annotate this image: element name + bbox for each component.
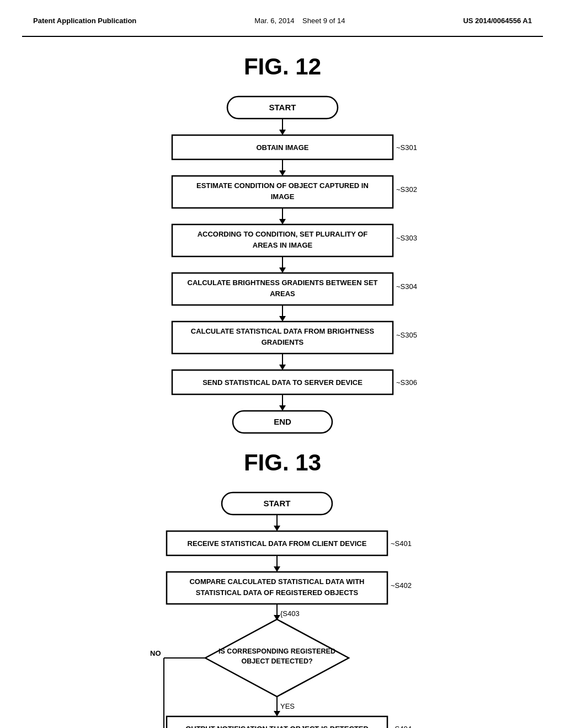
- svg-marker-60: [274, 711, 280, 716]
- svg-rect-9: [172, 176, 393, 208]
- svg-text:NO: NO: [150, 649, 161, 657]
- svg-rect-27: [172, 322, 393, 354]
- fig12-section: FIG. 12 START OBTAIN IMAGE ~S301 ESTIMAT…: [22, 53, 543, 433]
- svg-text:OBTAIN IMAGE: OBTAIN IMAGE: [256, 143, 308, 152]
- svg-marker-43: [274, 526, 280, 531]
- svg-text:IS CORRESPONDING REGISTERED: IS CORRESPONDING REGISTERED: [218, 647, 335, 655]
- fig13-section: FIG. 13 START RECEIVE STATISTICAL DATA F…: [22, 449, 543, 728]
- svg-text:CALCULATE BRIGHTNESS GRADIENTS: CALCULATE BRIGHTNESS GRADIENTS BETWEEN S…: [188, 279, 378, 287]
- svg-text:~S302: ~S302: [396, 185, 417, 194]
- svg-text:~S304: ~S304: [396, 282, 417, 291]
- header-right: US 2014/0064556 A1: [463, 17, 532, 25]
- fig12-title: FIG. 12: [244, 53, 321, 80]
- svg-text:GRADIENTS: GRADIENTS: [262, 338, 304, 346]
- header-date: Mar. 6, 2014: [254, 17, 294, 25]
- svg-text:~S402: ~S402: [391, 581, 412, 590]
- svg-rect-21: [172, 273, 393, 305]
- svg-text:~S404: ~S404: [391, 725, 412, 728]
- svg-marker-48: [274, 566, 280, 572]
- svg-text:COMPARE CALCULATED STATISTICAL: COMPARE CALCULATED STATISTICAL DATA WITH: [189, 577, 364, 586]
- svg-marker-37: [279, 405, 286, 411]
- svg-text:START: START: [264, 499, 291, 508]
- svg-text:OUTPUT NOTIFICATION THAT OBJEC: OUTPUT NOTIFICATION THAT OBJECT IS DETEC…: [185, 725, 369, 728]
- svg-text:~S301: ~S301: [396, 143, 417, 152]
- svg-text:AREAS: AREAS: [270, 290, 295, 298]
- svg-text:IMAGE: IMAGE: [271, 192, 295, 201]
- svg-marker-20: [279, 267, 286, 273]
- svg-marker-32: [279, 365, 286, 370]
- svg-text:END: END: [274, 417, 291, 426]
- header-center: Mar. 6, 2014 Sheet 9 of 14: [254, 17, 345, 25]
- svg-text:ESTIMATE CONDITION OF OBJECT C: ESTIMATE CONDITION OF OBJECT CAPTURED IN: [196, 181, 369, 190]
- svg-text:YES: YES: [280, 702, 295, 710]
- svg-marker-8: [279, 170, 286, 176]
- svg-text:~S306: ~S306: [396, 378, 417, 387]
- header-left: Patent Application Publication: [33, 17, 136, 25]
- svg-text:OBJECT DETECTED?: OBJECT DETECTED?: [241, 657, 312, 665]
- svg-text:SEND STATISTICAL DATA TO SERVE: SEND STATISTICAL DATA TO SERVER DEVICE: [202, 378, 363, 387]
- svg-rect-15: [172, 224, 393, 256]
- svg-text:{S403: {S403: [280, 609, 300, 618]
- fig13-title: FIG. 13: [244, 449, 321, 476]
- svg-marker-26: [279, 316, 286, 322]
- page: Patent Application Publication Mar. 6, 2…: [0, 0, 565, 728]
- fig13-flowchart: START RECEIVE STATISTICAL DATA FROM CLIE…: [117, 487, 448, 728]
- svg-text:CALCULATE STATISTICAL DATA FRO: CALCULATE STATISTICAL DATA FROM BRIGHTNE…: [191, 327, 375, 335]
- svg-text:ACCORDING TO CONDITION, SET PL: ACCORDING TO CONDITION, SET PLURALITY OF: [198, 230, 368, 238]
- svg-text:RECEIVE STATISTICAL DATA FROM : RECEIVE STATISTICAL DATA FROM CLIENT DEV…: [188, 539, 367, 548]
- fig12-flowchart: START OBTAIN IMAGE ~S301 ESTIMATE CONDIT…: [128, 91, 437, 433]
- svg-text:~S401: ~S401: [391, 539, 412, 548]
- svg-text:START: START: [269, 103, 296, 112]
- svg-text:STATISTICAL DATA OF REGISTERED: STATISTICAL DATA OF REGISTERED OBJECTS: [196, 588, 359, 597]
- svg-text:~S303: ~S303: [396, 234, 417, 242]
- svg-marker-3: [279, 130, 286, 135]
- page-header: Patent Application Publication Mar. 6, 2…: [22, 11, 543, 37]
- header-sheet: Sheet 9 of 14: [302, 17, 345, 25]
- svg-rect-49: [167, 572, 387, 604]
- svg-text:~S305: ~S305: [396, 331, 417, 339]
- svg-text:AREAS IN IMAGE: AREAS IN IMAGE: [253, 241, 313, 249]
- svg-marker-14: [279, 219, 286, 224]
